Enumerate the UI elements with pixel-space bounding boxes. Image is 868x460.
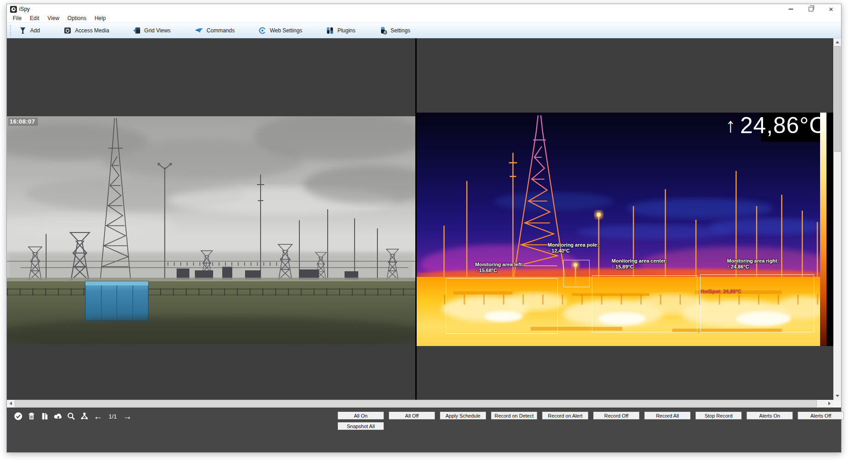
toolbar-label: Grid Views — [144, 27, 171, 34]
previous-page-button[interactable]: ← — [93, 411, 104, 421]
toolbar-label: Plugins — [337, 27, 355, 34]
check-circle-icon — [14, 412, 23, 421]
record-on-detect-button[interactable]: Record on Detect — [491, 412, 537, 419]
thermal-camera-feed[interactable]: ↑ 24,86°C Monitoring area left: ↑ 15,68°… — [417, 113, 833, 346]
title-bar: iSpy × — [7, 4, 841, 14]
connections-button[interactable] — [79, 411, 89, 421]
stop-record-button[interactable]: Stop Record — [695, 412, 742, 419]
window-controls: × — [781, 4, 841, 14]
menu-edit[interactable]: Edit — [26, 15, 43, 21]
plugins-icon — [326, 26, 334, 35]
restore-button[interactable] — [801, 4, 821, 14]
search-icon — [67, 412, 76, 421]
menu-options[interactable]: Options — [63, 15, 90, 21]
toolbar-grip[interactable] — [10, 25, 12, 36]
visible-camera-feed[interactable]: 16:08:07 — [7, 116, 415, 344]
ispy-logo-icon — [10, 6, 17, 13]
all-on-button[interactable]: All On — [338, 412, 384, 419]
record-on-alert-button[interactable]: Record on Alert — [542, 412, 588, 419]
horizontal-scroll-thumb[interactable] — [15, 400, 817, 407]
monitoring-label-pole: Monitoring area pole: ↑ 12,40°C — [548, 242, 599, 254]
chevron-up-icon — [836, 41, 839, 43]
menu-view[interactable]: View — [43, 15, 63, 21]
search-button[interactable] — [66, 411, 76, 421]
region-name: Monitoring area right: — [727, 258, 779, 264]
monitoring-box-center — [592, 275, 697, 332]
records-button[interactable] — [40, 411, 50, 421]
ispy-window: iSpy × File Edit View Options Help Add A… — [6, 4, 842, 453]
hotspot-crosshair-icon — [719, 303, 833, 400]
up-arrow-icon: ↑ — [726, 113, 736, 138]
bottom-control-bar: ← 1/1 → All On All Off Apply Schedule Re… — [7, 408, 841, 452]
cloud-upload-button[interactable] — [53, 411, 63, 421]
record-off-button[interactable]: Record Off — [593, 412, 639, 419]
chevron-down-icon — [836, 395, 839, 397]
horizontal-scrollbar[interactable] — [7, 400, 833, 408]
chevron-left-icon — [10, 402, 12, 405]
cloud-upload-icon — [53, 412, 63, 421]
region-temp: ↑ 24,86°C — [727, 264, 779, 270]
book-icon — [40, 412, 49, 421]
delete-button[interactable] — [26, 411, 37, 421]
toolbar-plugins-button[interactable]: Plugins — [324, 25, 357, 36]
add-icon — [19, 26, 27, 35]
vertical-scroll-thumb[interactable] — [834, 46, 841, 152]
menu-help[interactable]: Help — [90, 15, 110, 21]
region-temp: ↑ 15,68°C — [475, 268, 523, 274]
horizontal-scrollbar-row — [7, 400, 841, 408]
minimize-button[interactable] — [781, 4, 801, 14]
toolbar-grid-views-button[interactable]: Grid Views — [131, 25, 173, 36]
toolbar: Add Access Media Grid Views Commands Web… — [7, 22, 841, 38]
toolbar-label: Access Media — [75, 27, 109, 34]
alerts-on-button[interactable]: Alerts On — [747, 412, 793, 419]
camera-grid-area: 16:08:07 — [7, 38, 841, 400]
substation-scene-graphic — [7, 116, 415, 344]
region-temp: ↑ 12,40°C — [548, 248, 599, 254]
toolbar-label: Web Settings — [270, 27, 302, 34]
region-name: Monitoring area pole: — [548, 242, 599, 248]
scrollbar-corner — [833, 400, 841, 408]
access-media-icon — [63, 26, 72, 35]
record-all-button[interactable]: Record All — [644, 412, 690, 419]
toolbar-settings-button[interactable]: Settings — [377, 25, 412, 36]
toolbar-access-media-button[interactable]: Access Media — [62, 25, 111, 36]
close-button[interactable]: × — [821, 4, 841, 14]
toolbar-label: Add — [30, 27, 40, 34]
toolbar-web-settings-button[interactable]: Web Settings — [256, 25, 304, 36]
snapshot-all-button[interactable]: Snapshot All — [338, 422, 384, 430]
toolbar-label: Settings — [391, 27, 410, 34]
spot-max-value: 24,86°C — [740, 113, 826, 138]
chevron-right-icon — [828, 402, 831, 405]
toolbar-commands-button[interactable]: Commands — [193, 25, 236, 36]
camera-panel-visible[interactable]: 16:08:07 — [7, 38, 415, 400]
web-settings-icon — [258, 26, 267, 35]
commands-icon — [194, 26, 204, 35]
monitoring-label-center: Monitoring area center: ↑ 15,89°C — [612, 258, 667, 270]
camera-panel-thermal[interactable]: ↑ 24,86°C Monitoring area left: ↑ 15,68°… — [417, 38, 833, 400]
region-name: Monitoring area left: — [475, 262, 523, 268]
region-temp: ↑ 15,89°C — [612, 264, 667, 270]
grid-views-icon — [133, 26, 141, 35]
trash-icon — [27, 412, 36, 421]
region-name: Monitoring area center: — [612, 258, 667, 264]
scroll-up-button[interactable] — [834, 38, 841, 46]
apply-schedule-button[interactable]: Apply Schedule — [440, 412, 486, 419]
timestamp-overlay: 16:08:07 — [8, 118, 38, 126]
command-buttons-row-1: All On All Off Apply Schedule Record on … — [338, 412, 844, 419]
scroll-right-button[interactable] — [826, 400, 833, 407]
settings-icon — [379, 26, 387, 35]
scroll-down-button[interactable] — [834, 392, 841, 400]
alerts-off-button[interactable]: Alerts Off — [798, 412, 844, 419]
check-circle-button[interactable] — [13, 411, 23, 421]
monitoring-box-pole — [563, 260, 590, 287]
page-indicator: 1/1 — [107, 413, 119, 420]
scroll-left-button[interactable] — [7, 400, 15, 407]
toolbar-add-button[interactable]: Add — [17, 25, 42, 36]
window-title: iSpy — [19, 6, 30, 12]
monitoring-box-left — [446, 278, 558, 334]
command-buttons-row-2: Snapshot All — [338, 422, 384, 430]
all-off-button[interactable]: All Off — [389, 412, 435, 419]
vertical-scrollbar[interactable] — [833, 38, 841, 400]
menu-file[interactable]: File — [9, 15, 26, 21]
next-page-button[interactable]: → — [122, 411, 133, 421]
